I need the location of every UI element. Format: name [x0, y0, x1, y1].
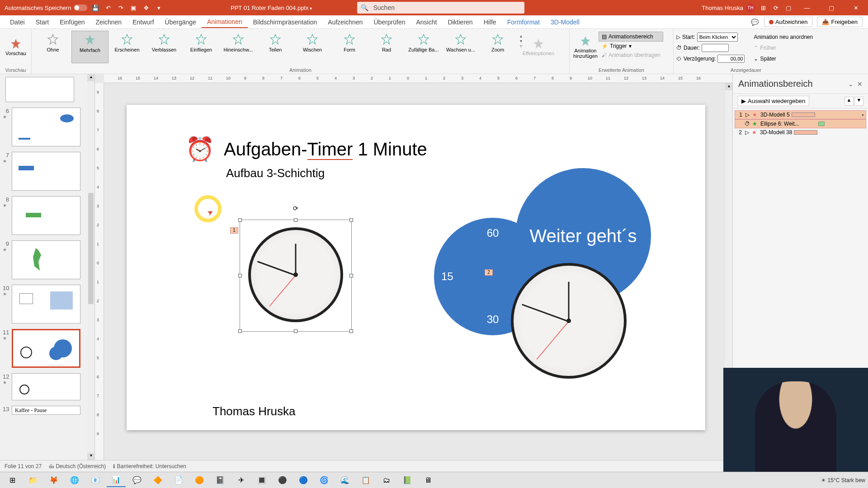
- app-icon[interactable]: 📄: [169, 474, 188, 487]
- vlc-icon[interactable]: 🔶: [148, 474, 167, 487]
- document-title[interactable]: PPT 01 Roter Faden 004.pptx▾: [231, 5, 312, 11]
- tab-start[interactable]: Start: [30, 17, 55, 28]
- scroll-up-icon[interactable]: ▴: [725, 83, 732, 90]
- anim-teilen[interactable]: Teilen: [257, 31, 294, 63]
- tab-hilfe[interactable]: Hilfe: [478, 17, 502, 28]
- chevron-down-icon[interactable]: ⌄: [848, 80, 854, 88]
- thumb-13[interactable]: Kaffee - Pause: [12, 406, 80, 415]
- resize-handle-e[interactable]: [349, 274, 353, 277]
- explorer-icon[interactable]: 📁: [24, 474, 42, 487]
- comments-icon[interactable]: 💬: [750, 18, 760, 27]
- thumb-7[interactable]: [12, 152, 80, 191]
- tab-formformat[interactable]: Formformat: [502, 17, 545, 28]
- scroll-thumb[interactable]: [88, 193, 94, 305]
- tab-3d-modell[interactable]: 3D-Modell: [545, 17, 585, 28]
- search-input[interactable]: 🔍 Suchen: [357, 2, 524, 14]
- thumb-12[interactable]: [12, 373, 80, 400]
- resize-handle-sw[interactable]: [238, 329, 242, 333]
- anim-hineinschweben[interactable]: Hineinschw...: [220, 31, 257, 63]
- app-icon[interactable]: 🗂: [377, 474, 396, 487]
- thumb-10[interactable]: [12, 285, 80, 324]
- thumb-6[interactable]: [12, 108, 80, 146]
- play-selection-button[interactable]: ▶ Auswahl wiedergeben: [737, 96, 809, 106]
- slide[interactable]: ⏰ Aufgaben-Timer 1 Minute Aufbau 3-Schic…: [127, 105, 705, 430]
- later-button[interactable]: ⌄ Später: [754, 53, 813, 64]
- sync-icon[interactable]: ⟳: [771, 3, 780, 12]
- tab-ansicht[interactable]: Ansicht: [410, 17, 442, 28]
- tab-zeichnen[interactable]: Zeichnen: [90, 17, 127, 28]
- outlook-icon[interactable]: 📧: [86, 474, 105, 487]
- scroll-up-icon[interactable]: ▴: [87, 74, 94, 81]
- tab-bildschirmpraesentation[interactable]: Bildschirmpräsentation: [248, 17, 323, 28]
- tab-uebergaenge[interactable]: Übergänge: [160, 17, 202, 28]
- obs-icon[interactable]: ⚫: [273, 474, 292, 487]
- anim-zufaellige-balken[interactable]: Zufällige Ba...: [405, 31, 442, 63]
- gallery-expand[interactable]: ▴▾▿: [516, 31, 525, 51]
- app-icon[interactable]: 🖥: [419, 474, 438, 487]
- start-select[interactable]: Beim Klicken: [697, 33, 738, 42]
- anim-verblassen[interactable]: Verblassen: [146, 31, 183, 63]
- chevron-down-icon[interactable]: ▾: [862, 113, 864, 117]
- app-icon[interactable]: 🌀: [315, 474, 334, 487]
- close-button[interactable]: ✕: [845, 0, 866, 15]
- anim-rad[interactable]: Rad: [368, 31, 405, 63]
- anim-zoom[interactable]: Zoom: [479, 31, 516, 63]
- resize-handle-w[interactable]: [238, 274, 242, 277]
- resize-handle-ne[interactable]: [349, 218, 353, 222]
- resize-handle-n[interactable]: [294, 218, 297, 222]
- save-icon[interactable]: 💾: [91, 3, 100, 12]
- thumb-8[interactable]: [12, 196, 80, 235]
- resize-handle-se[interactable]: [349, 329, 353, 333]
- anim-entry-3[interactable]: 2 ▷ ★ 3D-Modell 38: [735, 128, 866, 136]
- anim-mehrfach[interactable]: Mehrfach: [71, 31, 108, 63]
- clock-1[interactable]: [248, 227, 343, 322]
- anim-erscheinen[interactable]: Erscheinen: [108, 31, 146, 63]
- start-button[interactable]: ⊞: [3, 474, 22, 487]
- excel-icon[interactable]: 📗: [398, 474, 417, 487]
- onenote-icon[interactable]: 📓: [211, 474, 230, 487]
- animation-pane-toggle[interactable]: ▤Animationsbereich: [599, 32, 663, 42]
- thumbs-scrollbar[interactable]: ▴ ▾: [87, 74, 94, 460]
- tab-ueberpruefen[interactable]: Überprüfen: [368, 17, 410, 28]
- weather-widget[interactable]: ☀ 15°C Stark bew: [821, 477, 865, 483]
- duration-input[interactable]: [702, 44, 729, 52]
- move-down-icon[interactable]: ▼: [854, 97, 863, 106]
- selected-object-frame[interactable]: ⟳ 1: [240, 220, 352, 332]
- delay-input[interactable]: [717, 55, 745, 63]
- animation-gallery[interactable]: Ohne Mehrfach Erscheinen Verblassen Einf…: [34, 31, 566, 63]
- trigger-button[interactable]: ⚡Trigger ▾: [599, 42, 663, 51]
- tab-datei[interactable]: Datei: [5, 17, 30, 28]
- app-icon[interactable]: 📋: [356, 474, 375, 487]
- powerpoint-icon[interactable]: 📊: [107, 474, 126, 487]
- thumb-prev[interactable]: [5, 77, 74, 102]
- slide-counter[interactable]: Folie 11 von 27: [5, 463, 42, 469]
- anim-wischen[interactable]: Wischen: [294, 31, 331, 63]
- anim-order-tag-2[interactable]: 2: [485, 269, 493, 276]
- anim-entry-2[interactable]: ⏱ ★ Ellipse 6: Weit...: [735, 119, 866, 128]
- expand-icon[interactable]: ▿: [516, 43, 525, 48]
- tab-einfuegen[interactable]: Einfügen: [54, 17, 90, 28]
- qat-more-icon[interactable]: ▾: [154, 3, 163, 12]
- tab-diktieren[interactable]: Diktieren: [442, 17, 478, 28]
- scroll-down-icon[interactable]: ▾: [87, 453, 94, 460]
- chrome-icon[interactable]: 🌐: [65, 474, 84, 487]
- redo-icon[interactable]: ↷: [116, 3, 125, 12]
- add-animation-button[interactable]: Animation hinzufügen: [572, 31, 599, 63]
- slide-area[interactable]: ⏰ Aufgaben-Timer 1 Minute Aufbau 3-Schic…: [104, 83, 732, 460]
- preview-button[interactable]: Vorschau: [3, 31, 29, 63]
- language-status[interactable]: 🖮 Deutsch (Österreich): [49, 463, 106, 469]
- account-button[interactable]: Thomas Hruska TH: [702, 3, 755, 12]
- anim-order-tag-1[interactable]: 1: [230, 227, 238, 234]
- clock-2[interactable]: [511, 263, 627, 379]
- tab-entwurf[interactable]: Entwurf: [127, 17, 159, 28]
- firefox-icon[interactable]: 🦊: [44, 474, 63, 487]
- rotate-handle-icon[interactable]: ⟳: [293, 205, 298, 212]
- anim-form[interactable]: Form: [331, 31, 368, 63]
- undo-icon[interactable]: ↶: [104, 3, 113, 12]
- composite-group[interactable]: 60 15 30 45 2 Weiter geht´s: [434, 159, 660, 385]
- anim-entry-1[interactable]: 1 ▷ ★ 3D-Modell 5 ▾: [735, 110, 866, 119]
- touch-mode-icon[interactable]: ✥: [142, 3, 151, 12]
- minimize-button[interactable]: —: [797, 0, 817, 15]
- resize-handle-nw[interactable]: [238, 218, 242, 222]
- maximize-button[interactable]: ▢: [821, 0, 842, 15]
